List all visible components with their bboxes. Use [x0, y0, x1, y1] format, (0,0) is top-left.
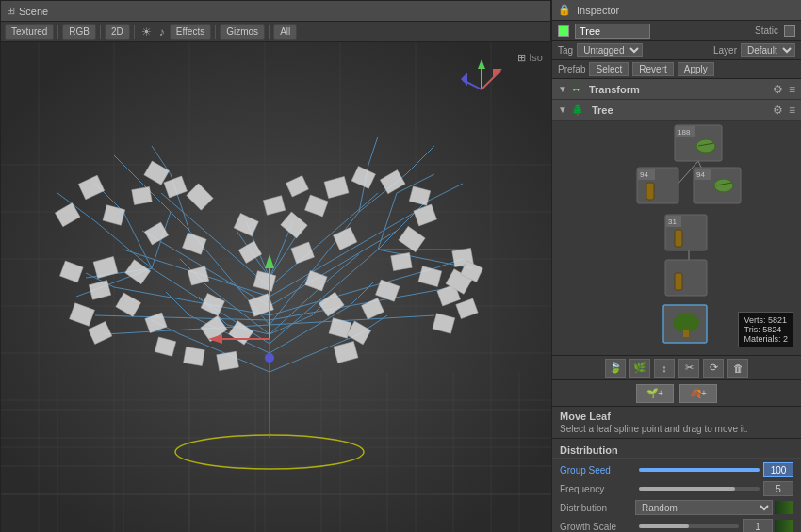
- separator: [100, 25, 101, 39]
- inspector-panel: 🔒 Inspector Static Tag Untagged Layer De…: [551, 0, 801, 532]
- svg-rect-0: [1, 42, 552, 532]
- svg-point-148: [265, 353, 274, 363]
- color-dropdown[interactable]: RGB: [62, 24, 96, 40]
- scene-toolbar: Textured RGB 2D ☀ ♪ Effects Gizmos All: [1, 22, 550, 42]
- view-btn[interactable]: 2D: [105, 24, 130, 40]
- tree-arrow[interactable]: ▼: [558, 105, 567, 115]
- frequency-slider[interactable]: [639, 487, 760, 491]
- tree-gear-icon[interactable]: ⚙: [773, 104, 783, 117]
- apply-btn[interactable]: Apply: [678, 62, 714, 76]
- verts-info: Verts: 5821 Tris: 5824 Materials: 2: [738, 312, 793, 347]
- add-branch-btn[interactable]: 🌿: [629, 359, 650, 378]
- tris-text: Tris: 5824: [744, 325, 788, 334]
- svg-rect-181: [683, 330, 689, 337]
- move-leaf-desc: Select a leaf spline point and drag to m…: [560, 424, 793, 434]
- tag-layer-row: Tag Untagged Layer Default: [552, 41, 801, 60]
- trash-icon[interactable]: 🗑: [727, 359, 748, 378]
- object-name-input[interactable]: [575, 24, 650, 39]
- static-checkbox[interactable]: [784, 25, 795, 37]
- svg-rect-91: [132, 186, 152, 204]
- static-label: Static: [755, 25, 778, 36]
- tree-context-icon[interactable]: ≡: [789, 104, 795, 117]
- group-seed-row: Group Seed: [552, 460, 801, 479]
- svg-rect-123: [391, 252, 412, 270]
- audio-icon[interactable]: ♪: [156, 25, 168, 39]
- transform-header: ▼ ↔ Transform ⚙ ≡: [552, 79, 801, 100]
- tree-header: ▼ 🌲 Tree ⚙ ≡: [552, 100, 801, 121]
- sun-icon[interactable]: ☀: [139, 25, 155, 39]
- tree-thumbnails: 188 94 94 31: [552, 121, 801, 356]
- svg-text:31: 31: [668, 218, 677, 226]
- move-leaf-section: Move Leaf Select a leaf spline point and…: [552, 407, 801, 439]
- svg-rect-176: [675, 230, 682, 247]
- separator: [57, 25, 58, 39]
- verts-text: Verts: 5821: [744, 315, 788, 325]
- svg-rect-107: [217, 351, 239, 370]
- distribution-section: Distribution Group Seed Frequency Distri…: [552, 439, 801, 532]
- grid-svg: [1, 42, 552, 532]
- layer-dropdown[interactable]: Default: [741, 43, 795, 57]
- tree-tool-row: 🍃 🌿 ↕ ✂ ⟳ 🗑: [552, 356, 801, 380]
- separator: [134, 25, 135, 39]
- svg-text:94: 94: [696, 170, 705, 179]
- svg-rect-177: [665, 260, 707, 296]
- viewport[interactable]: ⊞ Iso: [1, 42, 552, 532]
- svg-text:188: 188: [678, 128, 691, 137]
- frequency-row: Frequency: [552, 479, 801, 498]
- move-leaf-title: Move Leaf: [560, 411, 793, 422]
- separator: [269, 25, 270, 39]
- inspector-titlebar: 🔒 Inspector: [552, 0, 801, 21]
- action-btn-row: 🌱+ 🍂+: [552, 380, 801, 407]
- group-seed-slider[interactable]: [639, 468, 760, 472]
- select-btn[interactable]: Select: [589, 62, 629, 76]
- lock-icon[interactable]: 🔒: [558, 4, 571, 16]
- scene-titlebar: ⊞ Scene: [1, 1, 550, 22]
- effects-dropdown[interactable]: Effects: [170, 24, 211, 40]
- group-seed-value[interactable]: [763, 462, 793, 477]
- object-enabled-checkbox[interactable]: [558, 25, 569, 37]
- growth-scale-row: Growth Scale: [552, 517, 801, 532]
- tree-icon: 🌲: [571, 104, 584, 116]
- prefab-row: Prefab Select Revert Apply: [552, 60, 801, 79]
- scene-title: Scene: [19, 6, 48, 17]
- object-header: Static: [552, 21, 801, 41]
- svg-rect-167: [646, 183, 654, 200]
- distribution-dropdown[interactable]: Random: [635, 500, 773, 515]
- frequency-label: Frequency: [560, 484, 635, 494]
- svg-rect-178: [675, 273, 682, 290]
- growth-scale-slider[interactable]: [639, 524, 739, 528]
- materials-text: Materials: 2: [744, 334, 788, 344]
- layers-dropdown[interactable]: All: [273, 24, 297, 40]
- transform-title: Transform: [589, 84, 640, 95]
- svg-rect-100: [184, 347, 205, 365]
- inspector-title: Inspector: [577, 5, 619, 16]
- distribution-color-bar: [775, 501, 793, 514]
- svg-text:94: 94: [640, 170, 648, 179]
- shading-dropdown[interactable]: Textured: [5, 24, 54, 40]
- tag-dropdown[interactable]: Untagged: [577, 43, 643, 57]
- growth-scale-value[interactable]: [743, 519, 773, 532]
- revert-btn[interactable]: Revert: [632, 62, 673, 76]
- context-icon[interactable]: ≡: [789, 83, 795, 96]
- distribution-title: Distribution: [552, 443, 801, 459]
- add-leaves-btn[interactable]: 🍃: [605, 359, 626, 378]
- separator: [215, 25, 216, 39]
- tool-3[interactable]: ↕: [654, 359, 675, 378]
- growth-scale-label: Growth Scale: [560, 522, 635, 532]
- gizmos-dropdown[interactable]: Gizmos: [220, 24, 265, 40]
- tag-label: Tag: [558, 45, 573, 56]
- iso-label: ⊞ Iso: [517, 52, 543, 64]
- tool-4[interactable]: ✂: [678, 359, 699, 378]
- tool-5[interactable]: ⟳: [703, 359, 724, 378]
- gear-icon[interactable]: ⚙: [773, 83, 783, 96]
- transform-icon: ↔: [571, 84, 581, 95]
- prefab-label: Prefab: [558, 64, 585, 74]
- action-btn-2[interactable]: 🍂+: [679, 384, 717, 403]
- transform-arrow[interactable]: ▼: [558, 84, 567, 94]
- distribution-label: Distribution: [560, 503, 635, 513]
- action-btn-1[interactable]: 🌱+: [636, 384, 674, 403]
- tree-title: Tree: [592, 105, 613, 116]
- layer-label: Layer: [713, 45, 737, 56]
- frequency-value[interactable]: [763, 481, 793, 496]
- distribution-row: Distribution Random: [552, 498, 801, 517]
